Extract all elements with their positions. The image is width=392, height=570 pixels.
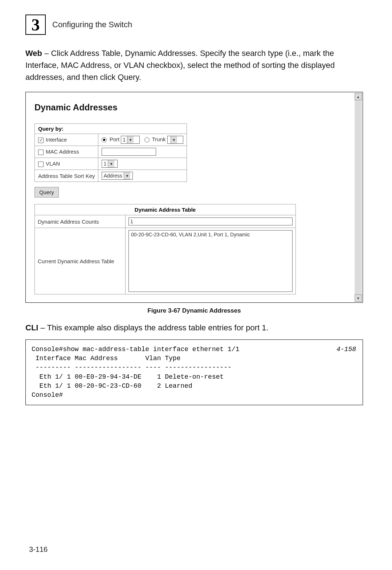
sort-key-select[interactable]: Address ▼	[102, 172, 133, 180]
port-radio[interactable]	[102, 137, 107, 142]
vlan-checkbox[interactable]	[38, 162, 44, 167]
cli-output-box: 4-158Console#show mac-address-table inte…	[25, 339, 363, 405]
port-label: Port	[110, 136, 120, 142]
panel-title: Dynamic Addresses	[34, 102, 354, 113]
counts-field[interactable]: 1	[128, 217, 293, 225]
dropdown-icon: ▼	[127, 136, 134, 143]
cli-line-6: Console#	[32, 391, 63, 399]
dropdown-icon: ▼	[108, 160, 114, 167]
query-by-table: Query by: ✓Interface Port 1 ▼ Trunk ▼	[34, 123, 187, 182]
page-header: 3 Configuring the Switch	[25, 15, 363, 35]
scroll-up-icon[interactable]: ▴	[355, 93, 362, 100]
interface-row-controls: Port 1 ▼ Trunk ▼	[98, 134, 187, 146]
counts-label: Dynamic Address Counts	[35, 215, 126, 228]
cli-line-2: Interface Mac Address Vlan Type	[32, 355, 180, 362]
trunk-select[interactable]: ▼	[167, 136, 183, 144]
current-table-entry: 00-20-9C-23-CD-60, VLAN 2,Unit 1, Port 1…	[131, 232, 250, 237]
chapter-number: 3	[32, 15, 40, 34]
scroll-down-icon[interactable]: ▾	[355, 294, 362, 302]
interface-label: Interface	[46, 137, 67, 143]
current-table-listbox[interactable]: 00-20-9C-23-CD-60, VLAN 2,Unit 1, Port 1…	[128, 230, 293, 292]
scrollbar[interactable]: ▴ ▾	[355, 93, 362, 302]
cli-line-3: --------- ----------------- ---- -------…	[32, 364, 232, 371]
cli-line-5: Eth 1/ 1 00-20-9C-23-CD-60 2 Learned	[32, 382, 192, 390]
cli-line-4: Eth 1/ 1 00-E0-29-94-34-DE 1 Delete-on-r…	[32, 373, 224, 380]
address-table-header: Dynamic Address Table	[35, 204, 296, 215]
mac-checkbox[interactable]	[38, 150, 44, 155]
sort-key-value: Address	[103, 173, 122, 179]
interface-checkbox[interactable]: ✓	[38, 138, 44, 143]
cli-line-1: Console#show mac-address-table interface…	[32, 346, 240, 353]
counts-value: 1	[130, 219, 133, 224]
vlan-row-label-cell: VLAN	[35, 158, 98, 170]
dynamic-address-table: Dynamic Address Table Dynamic Address Co…	[34, 204, 296, 294]
trunk-label: Trunk	[152, 136, 166, 142]
sort-key-label: Address Table Sort Key	[35, 170, 98, 182]
chapter-badge: 3	[25, 15, 46, 35]
sort-key-controls: Address ▼	[98, 170, 187, 182]
query-by-header: Query by:	[35, 124, 187, 134]
cli-instructions: CLI – This example also displays the add…	[25, 322, 363, 334]
dropdown-icon: ▼	[124, 172, 130, 179]
chapter-title: Configuring the Switch	[52, 20, 132, 29]
mac-row-label-cell: MAC Address	[35, 146, 98, 158]
figure-caption: Figure 3-67 Dynamic Addresses	[25, 307, 363, 314]
cli-page-ref: 4-158	[336, 345, 356, 354]
interface-row-label-cell: ✓Interface	[35, 134, 98, 146]
cli-prefix: CLI	[25, 323, 38, 332]
mac-input[interactable]	[102, 148, 156, 156]
web-instructions: Web – Click Address Table, Dynamic Addre…	[25, 47, 363, 83]
port-value: 1	[123, 137, 126, 143]
vlan-value: 1	[103, 161, 106, 167]
mac-row-controls	[98, 146, 187, 158]
port-select[interactable]: 1 ▼	[121, 136, 140, 144]
vlan-row-controls: 1 ▼	[98, 158, 187, 170]
vlan-select[interactable]: 1 ▼	[102, 160, 118, 168]
dynamic-addresses-screenshot: ▴ ▾ Dynamic Addresses Query by: ✓Interfa…	[25, 92, 363, 303]
vlan-label: VLAN	[46, 160, 60, 167]
dropdown-icon: ▼	[171, 136, 177, 143]
current-table-label: Current Dynamic Address Table	[35, 228, 126, 294]
counts-cell: 1	[126, 215, 296, 228]
mac-label: MAC Address	[46, 148, 79, 155]
trunk-radio[interactable]	[144, 137, 150, 142]
page-number: 3-116	[29, 545, 48, 554]
web-prefix: Web	[25, 49, 42, 58]
cli-text: – This example also displays the address…	[38, 323, 268, 332]
current-table-cell: 00-20-9C-23-CD-60, VLAN 2,Unit 1, Port 1…	[126, 228, 296, 294]
query-button[interactable]: Query	[34, 187, 59, 198]
web-text: – Click Address Table, Dynamic Addresses…	[25, 49, 335, 82]
